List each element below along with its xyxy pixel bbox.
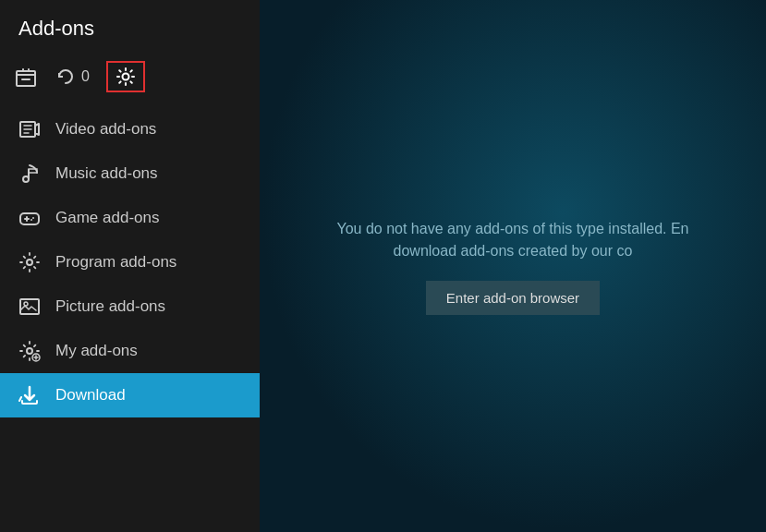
no-addons-message: You do not have any add-ons of this type… [336, 218, 688, 262]
svg-point-7 [27, 260, 32, 265]
music-icon [18, 163, 41, 185]
package-icon[interactable] [13, 64, 39, 90]
sidebar-item-download[interactable]: Download [0, 373, 260, 417]
picture-icon [18, 296, 41, 318]
sidebar-item-label: Game add-ons [55, 209, 159, 227]
program-icon [18, 251, 41, 273]
sidebar-item-video-addons[interactable]: Video add-ons [0, 107, 260, 151]
main-content: You do not have any add-ons of this type… [260, 0, 766, 532]
page-title: Add-ons [0, 0, 260, 54]
sidebar-item-label: Video add-ons [55, 120, 156, 139]
svg-point-1 [122, 74, 128, 80]
download-icon [18, 384, 41, 406]
sidebar-item-label: Download [55, 386, 126, 405]
settings-button[interactable] [106, 61, 145, 92]
update-count: 0 [81, 68, 90, 85]
svg-point-5 [32, 217, 34, 219]
sidebar-item-label: Music add-ons [55, 164, 158, 183]
nav-list: Video add-ons Music add-ons [0, 107, 260, 532]
sidebar-item-music-addons[interactable]: Music add-ons [0, 151, 260, 196]
game-icon [18, 207, 41, 229]
toolbar: 0 [0, 54, 260, 107]
sidebar: Add-ons 0 [0, 0, 260, 532]
video-icon [18, 118, 41, 140]
sidebar-item-label: Program add-ons [55, 253, 176, 272]
svg-point-10 [27, 348, 32, 354]
sidebar-item-label: Picture add-ons [55, 297, 165, 316]
sidebar-item-program-addons[interactable]: Program add-ons [0, 240, 260, 284]
sidebar-item-game-addons[interactable]: Game add-ons [0, 196, 260, 240]
enter-addon-browser-button[interactable]: Enter add-on browser [426, 281, 600, 315]
myaddon-icon [18, 340, 41, 362]
content-inner: You do not have any add-ons of this type… [336, 218, 688, 315]
sidebar-item-label: My add-ons [55, 342, 138, 360]
svg-point-6 [30, 219, 32, 221]
sidebar-item-my-addons[interactable]: My add-ons [0, 329, 260, 373]
sidebar-item-picture-addons[interactable]: Picture add-ons [0, 284, 260, 329]
update-indicator[interactable]: 0 [55, 66, 90, 87]
